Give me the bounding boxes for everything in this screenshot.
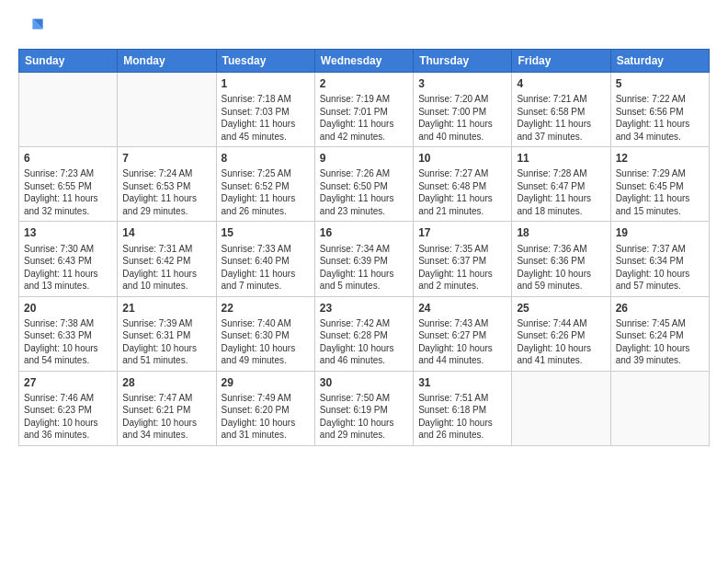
calendar-cell: 29Sunrise: 7:49 AM Sunset: 6:20 PM Dayli… [216,371,314,445]
day-number: 29 [222,375,310,390]
day-info: Sunrise: 7:44 AM Sunset: 6:26 PM Dayligh… [517,317,605,367]
day-info: Sunrise: 7:26 AM Sunset: 6:50 PM Dayligh… [320,167,408,217]
day-info: Sunrise: 7:30 AM Sunset: 6:43 PM Dayligh… [24,243,112,293]
day-number: 12 [616,151,704,166]
day-number: 23 [320,301,408,316]
calendar-cell: 5Sunrise: 7:22 AM Sunset: 6:56 PM Daylig… [610,73,709,147]
calendar-cell: 6Sunrise: 7:23 AM Sunset: 6:55 PM Daylig… [19,147,118,222]
day-info: Sunrise: 7:21 AM Sunset: 6:58 PM Dayligh… [517,93,605,143]
calendar-cell: 26Sunrise: 7:45 AM Sunset: 6:24 PM Dayli… [610,296,709,371]
calendar-cell [19,73,118,147]
calendar-table: SundayMondayTuesdayWednesdayThursdayFrid… [18,49,710,446]
weekday-header-saturday: Saturday [610,50,709,73]
day-info: Sunrise: 7:45 AM Sunset: 6:24 PM Dayligh… [616,317,704,367]
calendar-cell: 21Sunrise: 7:39 AM Sunset: 6:31 PM Dayli… [118,296,216,371]
day-number: 5 [616,76,704,91]
day-number: 14 [122,225,210,240]
calendar-cell: 18Sunrise: 7:36 AM Sunset: 6:36 PM Dayli… [512,222,610,296]
calendar-cell [118,73,216,147]
day-info: Sunrise: 7:19 AM Sunset: 7:01 PM Dayligh… [320,93,408,143]
header [18,14,710,40]
calendar-cell: 9Sunrise: 7:26 AM Sunset: 6:50 PM Daylig… [314,147,413,222]
week-row-2: 6Sunrise: 7:23 AM Sunset: 6:55 PM Daylig… [19,147,710,222]
calendar-cell: 25Sunrise: 7:44 AM Sunset: 6:26 PM Dayli… [512,296,610,371]
day-info: Sunrise: 7:29 AM Sunset: 6:45 PM Dayligh… [616,167,704,217]
calendar-cell: 15Sunrise: 7:33 AM Sunset: 6:40 PM Dayli… [216,222,314,296]
day-number: 30 [320,375,408,390]
calendar-cell: 3Sunrise: 7:20 AM Sunset: 7:00 PM Daylig… [414,73,512,147]
calendar-cell: 16Sunrise: 7:34 AM Sunset: 6:39 PM Dayli… [314,222,413,296]
weekday-header-thursday: Thursday [414,50,512,73]
day-number: 28 [122,375,210,390]
calendar-cell: 22Sunrise: 7:40 AM Sunset: 6:30 PM Dayli… [216,296,314,371]
day-info: Sunrise: 7:37 AM Sunset: 6:34 PM Dayligh… [616,243,704,293]
day-number: 3 [418,76,506,91]
day-number: 11 [517,151,605,166]
calendar-cell: 8Sunrise: 7:25 AM Sunset: 6:52 PM Daylig… [216,147,314,222]
day-info: Sunrise: 7:49 AM Sunset: 6:20 PM Dayligh… [222,392,310,442]
week-row-5: 27Sunrise: 7:46 AM Sunset: 6:23 PM Dayli… [19,371,710,445]
week-row-3: 13Sunrise: 7:30 AM Sunset: 6:43 PM Dayli… [19,222,710,296]
weekday-header-wednesday: Wednesday [314,50,413,73]
weekday-header-sunday: Sunday [19,50,118,73]
logo [18,14,48,40]
day-info: Sunrise: 7:42 AM Sunset: 6:28 PM Dayligh… [320,317,408,367]
page: SundayMondayTuesdayWednesdayThursdayFrid… [0,0,728,563]
day-number: 7 [122,151,210,166]
calendar-cell [610,371,709,445]
day-info: Sunrise: 7:31 AM Sunset: 6:42 PM Dayligh… [122,243,210,293]
day-info: Sunrise: 7:18 AM Sunset: 7:03 PM Dayligh… [222,93,310,143]
day-number: 15 [222,225,310,240]
day-info: Sunrise: 7:39 AM Sunset: 6:31 PM Dayligh… [122,317,210,367]
logo-icon [18,14,44,40]
day-info: Sunrise: 7:50 AM Sunset: 6:19 PM Dayligh… [320,392,408,442]
calendar-cell: 28Sunrise: 7:47 AM Sunset: 6:21 PM Dayli… [118,371,216,445]
weekday-header-tuesday: Tuesday [216,50,314,73]
calendar-cell: 23Sunrise: 7:42 AM Sunset: 6:28 PM Dayli… [314,296,413,371]
day-info: Sunrise: 7:25 AM Sunset: 6:52 PM Dayligh… [222,167,310,217]
calendar-cell: 12Sunrise: 7:29 AM Sunset: 6:45 PM Dayli… [610,147,709,222]
day-info: Sunrise: 7:34 AM Sunset: 6:39 PM Dayligh… [320,243,408,293]
day-number: 25 [517,301,605,316]
day-number: 4 [517,76,605,91]
calendar-cell: 19Sunrise: 7:37 AM Sunset: 6:34 PM Dayli… [610,222,709,296]
calendar-cell: 2Sunrise: 7:19 AM Sunset: 7:01 PM Daylig… [314,73,413,147]
day-number: 20 [24,301,112,316]
calendar-cell: 30Sunrise: 7:50 AM Sunset: 6:19 PM Dayli… [314,371,413,445]
calendar-cell: 31Sunrise: 7:51 AM Sunset: 6:18 PM Dayli… [414,371,512,445]
day-info: Sunrise: 7:51 AM Sunset: 6:18 PM Dayligh… [418,392,506,442]
day-number: 6 [24,151,112,166]
day-number: 13 [24,225,112,240]
day-info: Sunrise: 7:35 AM Sunset: 6:37 PM Dayligh… [418,243,506,293]
day-number: 26 [616,301,704,316]
day-number: 19 [616,225,704,240]
day-number: 24 [418,301,506,316]
day-info: Sunrise: 7:20 AM Sunset: 7:00 PM Dayligh… [418,93,506,143]
day-number: 21 [122,301,210,316]
calendar-cell: 11Sunrise: 7:28 AM Sunset: 6:47 PM Dayli… [512,147,610,222]
weekday-header-friday: Friday [512,50,610,73]
day-number: 9 [320,151,408,166]
day-number: 2 [320,76,408,91]
calendar-cell: 1Sunrise: 7:18 AM Sunset: 7:03 PM Daylig… [216,73,314,147]
day-info: Sunrise: 7:24 AM Sunset: 6:53 PM Dayligh… [122,167,210,217]
day-info: Sunrise: 7:28 AM Sunset: 6:47 PM Dayligh… [517,167,605,217]
week-row-4: 20Sunrise: 7:38 AM Sunset: 6:33 PM Dayli… [19,296,710,371]
calendar-cell: 14Sunrise: 7:31 AM Sunset: 6:42 PM Dayli… [118,222,216,296]
weekday-row: SundayMondayTuesdayWednesdayThursdayFrid… [19,50,710,73]
day-info: Sunrise: 7:36 AM Sunset: 6:36 PM Dayligh… [517,243,605,293]
day-info: Sunrise: 7:46 AM Sunset: 6:23 PM Dayligh… [24,392,112,442]
day-info: Sunrise: 7:22 AM Sunset: 6:56 PM Dayligh… [616,93,704,143]
calendar-cell: 17Sunrise: 7:35 AM Sunset: 6:37 PM Dayli… [414,222,512,296]
day-number: 18 [517,225,605,240]
day-info: Sunrise: 7:43 AM Sunset: 6:27 PM Dayligh… [418,317,506,367]
day-info: Sunrise: 7:23 AM Sunset: 6:55 PM Dayligh… [24,167,112,217]
day-number: 16 [320,225,408,240]
day-number: 27 [24,375,112,390]
day-number: 22 [222,301,310,316]
day-number: 10 [418,151,506,166]
calendar-header: SundayMondayTuesdayWednesdayThursdayFrid… [19,50,710,73]
day-info: Sunrise: 7:27 AM Sunset: 6:48 PM Dayligh… [418,167,506,217]
day-number: 8 [222,151,310,166]
day-info: Sunrise: 7:38 AM Sunset: 6:33 PM Dayligh… [24,317,112,367]
